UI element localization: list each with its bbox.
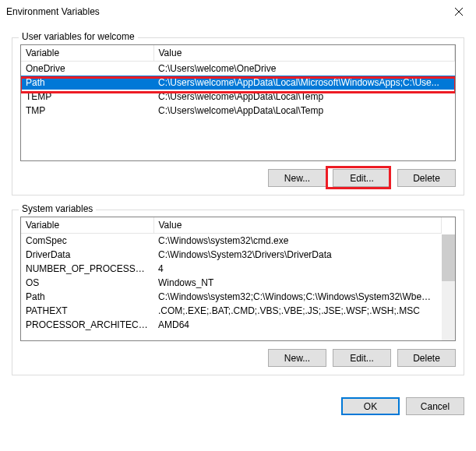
var-name: TMP	[21, 104, 153, 118]
close-icon	[455, 8, 463, 16]
var-name: NUMBER_OF_PROCESSORS	[21, 262, 153, 276]
table-row[interactable]: PROCESSOR_ARCHITECTUREAMD64	[21, 318, 442, 332]
var-value: Windows_NT	[153, 276, 442, 290]
system-variables-listview[interactable]: Variable Value ComSpecC:\Windows\system3…	[20, 217, 456, 341]
system-delete-button[interactable]: Delete	[397, 349, 456, 367]
col-header-value[interactable]: Value	[153, 217, 442, 234]
title-bar: Environment Variables	[0, 0, 476, 23]
user-new-button[interactable]: New...	[268, 169, 326, 187]
user-delete-button[interactable]: Delete	[397, 169, 456, 187]
var-value: 4	[153, 262, 442, 276]
table-row[interactable]: OneDrive C:\Users\welcome\OneDrive	[21, 62, 455, 76]
dialog-buttons-row: OK Cancel	[0, 385, 476, 415]
user-variables-listview[interactable]: Variable Value OneDrive C:\Users\welcome…	[20, 44, 456, 161]
var-value: AMD64	[153, 318, 442, 332]
var-value: C:\Users\welcome\AppData\Local\Microsoft…	[153, 76, 455, 90]
var-name: OneDrive	[21, 62, 153, 76]
window-title: Environment Variables	[6, 6, 100, 17]
var-value: C:\Windows\System32\Drivers\DriverData	[153, 248, 442, 262]
table-row[interactable]: TMP C:\Users\welcome\AppData\Local\Temp	[21, 104, 455, 118]
var-name: DriverData	[21, 248, 153, 262]
system-variables-table: Variable Value ComSpecC:\Windows\system3…	[21, 217, 442, 332]
close-button[interactable]	[441, 0, 476, 23]
user-edit-button[interactable]: Edit...	[333, 169, 391, 187]
scrollbar-vertical[interactable]	[442, 234, 455, 340]
var-name: Path	[21, 76, 153, 90]
ok-button[interactable]: OK	[341, 397, 400, 415]
var-name: OS	[21, 276, 153, 290]
col-header-value[interactable]: Value	[153, 45, 455, 62]
dialog-content: User variables for welcome Variable Valu…	[0, 37, 476, 385]
table-row[interactable]: TEMP C:\Users\welcome\AppData\Local\Temp	[21, 90, 455, 104]
table-row[interactable]: NUMBER_OF_PROCESSORS4	[21, 262, 442, 276]
table-row[interactable]: ComSpecC:\Windows\system32\cmd.exe	[21, 234, 442, 248]
var-value: C:\Windows\system32\cmd.exe	[153, 234, 442, 248]
var-name: Path	[21, 290, 153, 304]
system-new-button[interactable]: New...	[268, 349, 326, 367]
cancel-button[interactable]: Cancel	[406, 397, 464, 415]
var-name: PATHEXT	[21, 304, 153, 318]
table-row[interactable]: OSWindows_NT	[21, 276, 442, 290]
system-buttons-row: New... Edit... Delete	[20, 349, 456, 367]
user-buttons-row: New... Edit... Delete	[20, 169, 456, 187]
system-group-label: System variables	[19, 203, 96, 214]
system-variables-group: System variables Variable Value ComSpecC…	[12, 210, 464, 375]
table-row[interactable]: DriverDataC:\Windows\System32\Drivers\Dr…	[21, 248, 442, 262]
system-edit-button[interactable]: Edit...	[333, 349, 391, 367]
var-value: C:\Users\welcome\OneDrive	[153, 62, 455, 76]
var-value: C:\Users\welcome\AppData\Local\Temp	[153, 90, 455, 104]
var-name: PROCESSOR_ARCHITECTURE	[21, 318, 153, 332]
table-row-selected[interactable]: Path C:\Users\welcome\AppData\Local\Micr…	[21, 76, 455, 90]
user-variables-group: User variables for welcome Variable Valu…	[12, 37, 464, 196]
table-row[interactable]: PATHEXT.COM;.EXE;.BAT;.CMD;.VBS;.VBE;.JS…	[21, 304, 442, 318]
col-header-variable[interactable]: Variable	[21, 45, 153, 62]
scrollbar-thumb[interactable]	[442, 234, 455, 281]
var-value: C:\Windows\system32;C:\Windows;C:\Window…	[153, 290, 442, 304]
col-header-variable[interactable]: Variable	[21, 217, 153, 234]
table-row[interactable]: PathC:\Windows\system32;C:\Windows;C:\Wi…	[21, 290, 442, 304]
user-group-label: User variables for welcome	[19, 31, 138, 42]
var-name: TEMP	[21, 90, 153, 104]
var-value: C:\Users\welcome\AppData\Local\Temp	[153, 104, 455, 118]
var-name: ComSpec	[21, 234, 153, 248]
var-value: .COM;.EXE;.BAT;.CMD;.VBS;.VBE;.JS;.JSE;.…	[153, 304, 442, 318]
user-variables-table: Variable Value OneDrive C:\Users\welcome…	[21, 45, 455, 118]
